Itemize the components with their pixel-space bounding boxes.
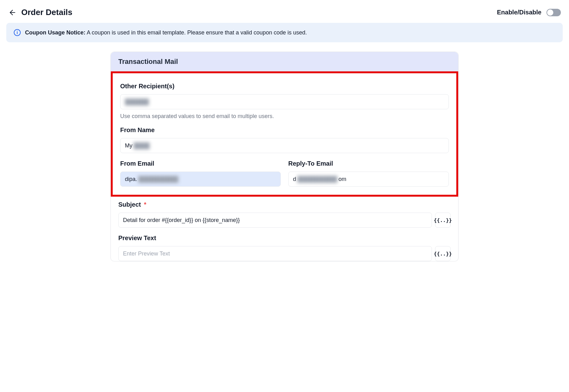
back-arrow-icon[interactable] [8, 8, 17, 17]
reply-to-email-label: Reply-To Email [288, 160, 449, 167]
redacted-text: ████ [134, 142, 150, 149]
token-glyph-icon: {{..}} [434, 251, 452, 257]
header-right: Enable/Disable [497, 9, 561, 16]
insert-token-button[interactable]: {{..}} [435, 246, 451, 261]
email-row: From Email dipa. ██████████ Reply-To Ema… [120, 160, 449, 187]
reply-to-prefix: d [293, 176, 296, 183]
highlighted-section: Other Recipient(s) ██████ Use comma sepa… [111, 71, 458, 197]
redacted-text: ██████████ [297, 176, 337, 183]
reply-to-email-input[interactable]: d ██████████ om [288, 172, 449, 187]
redacted-text: ██████ [125, 99, 149, 105]
preview-text-input[interactable] [118, 246, 432, 261]
subject-label-text: Subject [118, 201, 141, 208]
from-email-prefix: dipa. [125, 176, 137, 183]
coupon-notice: i Coupon Usage Notice: A coupon is used … [6, 23, 563, 42]
reply-to-email-field: Reply-To Email d ██████████ om [288, 160, 449, 187]
preview-text-field: Preview Text {{..}} [118, 235, 451, 261]
coupon-notice-body: A coupon is used in this email template.… [87, 29, 307, 36]
from-email-input[interactable]: dipa. ██████████ [120, 172, 281, 187]
subject-row: {{..}} [118, 213, 451, 228]
other-recipients-input[interactable]: ██████ [120, 94, 449, 109]
page-header: Order Details Enable/Disable [6, 4, 563, 23]
preview-text-label: Preview Text [118, 235, 451, 242]
card-title: Transactional Mail [111, 52, 458, 71]
redacted-text: ██████████ [138, 176, 178, 183]
transactional-mail-card: Transactional Mail Other Recipient(s) ██… [110, 52, 459, 261]
from-name-prefix: My [125, 142, 132, 149]
card-body: Other Recipient(s) ██████ Use comma sepa… [111, 71, 458, 261]
coupon-notice-text: Coupon Usage Notice: A coupon is used in… [25, 29, 307, 36]
header-left: Order Details [8, 8, 72, 17]
subject-input[interactable] [118, 213, 432, 228]
page-title: Order Details [21, 8, 72, 17]
toggle-label: Enable/Disable [497, 9, 541, 16]
subject-field: Subject * {{..}} [118, 201, 451, 228]
info-icon: i [14, 29, 21, 36]
from-name-label: From Name [120, 126, 449, 134]
required-asterisk: * [144, 201, 146, 208]
from-email-label: From Email [120, 160, 281, 167]
from-name-field: From Name My ████ [120, 126, 449, 153]
enable-disable-toggle[interactable] [546, 9, 561, 16]
from-name-input[interactable]: My ████ [120, 138, 449, 153]
from-email-field: From Email dipa. ██████████ [120, 160, 281, 187]
toggle-knob [547, 9, 553, 16]
other-recipients-hint: Use comma separated values to send email… [120, 113, 449, 120]
other-recipients-field: Other Recipient(s) ██████ Use comma sepa… [120, 83, 449, 120]
content: Transactional Mail Other Recipient(s) ██… [6, 42, 563, 261]
coupon-notice-title: Coupon Usage Notice: [25, 29, 85, 36]
reply-to-suffix: om [339, 176, 346, 183]
preview-row: {{..}} [118, 246, 451, 261]
insert-token-button[interactable]: {{..}} [435, 213, 451, 228]
subject-label: Subject * [118, 201, 451, 208]
subject-section: Subject * {{..}} Preview Text {{..}} [111, 201, 458, 261]
token-glyph-icon: {{..}} [434, 217, 452, 223]
other-recipients-label: Other Recipient(s) [120, 83, 449, 90]
